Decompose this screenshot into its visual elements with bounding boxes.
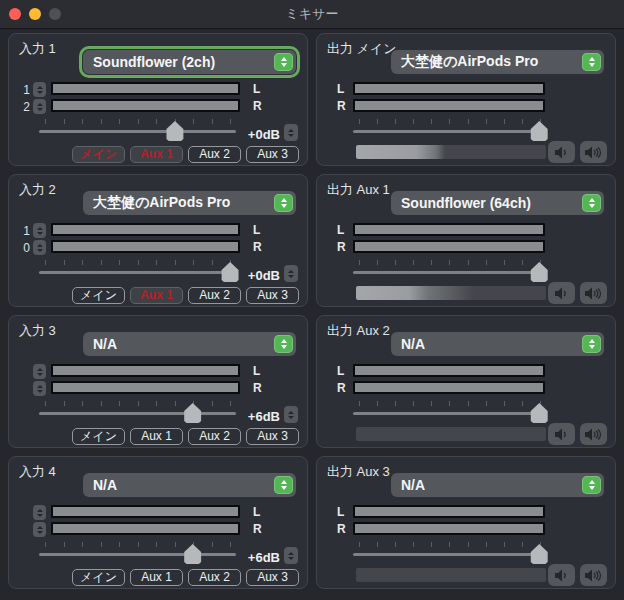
- send-buttons: メイン Aux 1 Aux 2 Aux 3: [72, 287, 299, 304]
- gain-stepper[interactable]: [284, 406, 298, 423]
- volume-slider-thumb[interactable]: [530, 544, 548, 564]
- volume-max-button[interactable]: [580, 282, 607, 304]
- send-button[interactable]: Aux 3: [246, 146, 299, 163]
- device-select[interactable]: 大埜健のAirPods Pro: [83, 191, 296, 215]
- gain-value: +6dB: [248, 409, 280, 424]
- panel-title: 入力 4: [19, 463, 56, 481]
- channel-stepper-right[interactable]: [33, 99, 46, 114]
- volume-min-button[interactable]: [548, 141, 575, 163]
- channel-label-left: L: [337, 505, 344, 519]
- channel-stepper-right[interactable]: [33, 240, 46, 255]
- volume-min-button[interactable]: [548, 564, 575, 586]
- send-button[interactable]: メイン: [72, 287, 125, 304]
- channel-label-right: R: [337, 240, 346, 254]
- gain-value: +0dB: [248, 127, 280, 142]
- gain-stepper[interactable]: [284, 547, 298, 564]
- channel-label-right: R: [253, 381, 262, 395]
- send-button[interactable]: Aux 3: [246, 569, 299, 586]
- volume-slider-thumb[interactable]: [184, 544, 202, 564]
- send-button[interactable]: Aux 1: [130, 428, 183, 445]
- speaker-low-icon: [554, 428, 569, 441]
- device-select[interactable]: N/A: [83, 473, 296, 497]
- channel-number-right: 2: [15, 100, 30, 114]
- send-button[interactable]: Aux 1: [130, 287, 183, 304]
- volume-slider-thumb[interactable]: [530, 262, 548, 282]
- volume-slider-thumb[interactable]: [530, 403, 548, 423]
- panel-title: 出力 Aux 2: [327, 322, 390, 340]
- input-panel: 入力 3 N/A L R +6dB メイン Aux 1 Aux 2 Aux 3: [8, 315, 308, 448]
- volume-min-button[interactable]: [548, 282, 575, 304]
- panel-title: 出力 メイン: [327, 40, 397, 58]
- volume-slider[interactable]: [39, 412, 236, 415]
- popup-chevron-icon: [582, 53, 601, 71]
- output-panel: 出力 Aux 2 N/A L R: [316, 315, 616, 448]
- volume-max-button[interactable]: [580, 141, 607, 163]
- channel-label-left: L: [253, 505, 260, 519]
- channel-stepper-left[interactable]: [33, 364, 46, 379]
- channel-stepper-left[interactable]: [33, 505, 46, 520]
- level-meter-right: [353, 99, 545, 112]
- level-meter-left: [353, 223, 545, 236]
- device-select[interactable]: Soundflower (2ch): [83, 50, 296, 74]
- slider-ticks: [45, 119, 231, 124]
- channel-number-left: 1: [15, 83, 30, 97]
- panel-title: 入力 2: [19, 181, 56, 199]
- level-meter-right: [353, 240, 545, 253]
- close-button[interactable]: [9, 8, 21, 20]
- title-bar: ミキサー: [0, 0, 624, 29]
- send-button[interactable]: Aux 3: [246, 287, 299, 304]
- gain-stepper[interactable]: [284, 265, 298, 282]
- channel-stepper-right[interactable]: [33, 522, 46, 537]
- level-meter-right: [51, 381, 240, 394]
- panel-title: 出力 Aux 1: [327, 181, 390, 199]
- send-button[interactable]: Aux 2: [188, 428, 241, 445]
- channel-label-left: L: [337, 82, 344, 96]
- device-select[interactable]: N/A: [83, 332, 296, 356]
- send-button[interactable]: Aux 3: [246, 428, 299, 445]
- send-button[interactable]: Aux 2: [188, 569, 241, 586]
- device-select-value: N/A: [391, 336, 582, 352]
- channel-stepper-left[interactable]: [33, 82, 46, 97]
- volume-slider[interactable]: [39, 130, 236, 133]
- send-button[interactable]: Aux 2: [188, 287, 241, 304]
- popup-chevron-icon: [582, 476, 601, 494]
- send-button[interactable]: Aux 1: [130, 146, 183, 163]
- volume-max-button[interactable]: [580, 423, 607, 445]
- volume-slider[interactable]: [39, 553, 236, 556]
- gain-value: +0dB: [248, 268, 280, 283]
- gain-stepper[interactable]: [284, 124, 298, 141]
- speaker-low-icon: [554, 146, 569, 159]
- volume-slider[interactable]: [353, 271, 545, 274]
- channel-stepper-left[interactable]: [33, 223, 46, 238]
- send-button[interactable]: メイン: [72, 146, 125, 163]
- volume-min-button[interactable]: [548, 423, 575, 445]
- device-select[interactable]: N/A: [391, 332, 604, 356]
- volume-slider[interactable]: [353, 130, 545, 133]
- device-select[interactable]: Soundflower (64ch): [391, 191, 604, 215]
- device-select[interactable]: 大埜健のAirPods Pro: [391, 50, 604, 74]
- level-meter-right: [51, 99, 240, 112]
- volume-max-button[interactable]: [580, 564, 607, 586]
- send-button[interactable]: メイン: [72, 569, 125, 586]
- volume-slider[interactable]: [39, 271, 236, 274]
- level-meter-left: [353, 505, 545, 518]
- channel-label-right: R: [337, 99, 346, 113]
- volume-slider-thumb[interactable]: [221, 262, 239, 282]
- channel-stepper-right[interactable]: [33, 381, 46, 396]
- input-panel: 入力 1 Soundflower (2ch) 1 L 2 R +0dB メイン …: [8, 33, 308, 166]
- send-button[interactable]: Aux 1: [130, 569, 183, 586]
- send-button[interactable]: Aux 2: [188, 146, 241, 163]
- minimize-button[interactable]: [29, 8, 41, 20]
- volume-slider-thumb[interactable]: [530, 121, 548, 141]
- output-level-bar: [356, 145, 546, 159]
- slider-ticks: [359, 401, 541, 406]
- volume-slider[interactable]: [353, 553, 545, 556]
- device-select[interactable]: N/A: [391, 473, 604, 497]
- device-select-value: N/A: [391, 477, 582, 493]
- volume-slider-thumb[interactable]: [166, 121, 184, 141]
- send-button[interactable]: メイン: [72, 428, 125, 445]
- volume-slider-thumb[interactable]: [184, 403, 202, 423]
- level-meter-left: [51, 223, 240, 236]
- slider-ticks: [45, 542, 231, 547]
- volume-slider[interactable]: [353, 412, 545, 415]
